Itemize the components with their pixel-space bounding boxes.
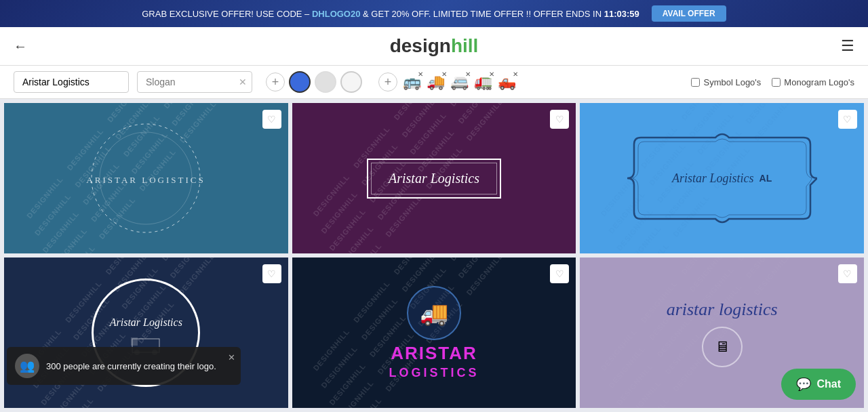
symbol-logo-checkbox[interactable]: [691, 78, 700, 87]
color-swatch-light[interactable]: [315, 71, 336, 93]
chat-icon: 💬: [796, 377, 811, 392]
vehicle-delivery-wrap: ✕ 🚛: [474, 73, 492, 91]
card-5-title-text: ARISTAR: [391, 344, 477, 362]
svg-text:ARISTAR LOGISTICS: ARISTAR LOGISTICS: [87, 175, 205, 185]
monogram-logo-label: Monogram Logo's: [784, 77, 854, 87]
logo-card-5[interactable]: DESIGNHILL DESIGNHILL DESIGNHILL DESIGNH…: [292, 258, 576, 408]
vehicle-truck-wrap: ✕ 🚚: [427, 73, 445, 91]
card-4-logo-text: Aristar Logistics: [103, 310, 189, 335]
remove-vehicle-bus[interactable]: ✕: [416, 69, 425, 79]
logo-part1: design: [390, 35, 451, 56]
color-palette: +: [266, 71, 362, 93]
card-2-logo-text: Aristar Logistics: [389, 171, 479, 186]
vehicle-pickup-wrap: ✕ 🛻: [498, 73, 516, 91]
favorite-button-5[interactable]: ♡: [550, 264, 569, 283]
card-3-logo-text: Aristar Logistics: [672, 171, 754, 186]
vehicle-bus-wrap: ✕ 🚌: [403, 73, 421, 91]
banner-text-after: & GET 20% OFF. LIMITED TIME OFFER !! OFF…: [363, 9, 601, 19]
color-swatch-white[interactable]: [340, 71, 362, 93]
avatar-icon: 👥: [20, 358, 35, 373]
hamburger-menu[interactable]: ☰: [841, 37, 854, 55]
notification-close-button[interactable]: ✕: [228, 352, 235, 363]
notification-text: 300 people are currently creating their …: [46, 361, 216, 371]
monitor-icon: 🖥: [715, 338, 730, 356]
vehicle-filter: + ✕ 🚌 ✕ 🚚 ✕ 🚐 ✕ 🚛 ✕ 🛻: [378, 73, 516, 91]
remove-vehicle-truck[interactable]: ✕: [439, 69, 449, 79]
logo-part2: hill: [451, 35, 478, 56]
slogan-input[interactable]: [137, 71, 252, 93]
vehicle-van-wrap: ✕ 🚐: [450, 73, 469, 91]
slogan-wrap: ✕: [137, 71, 252, 93]
remove-vehicle-pickup[interactable]: ✕: [511, 69, 520, 79]
favorite-button-2[interactable]: ♡: [550, 110, 569, 129]
symbol-logo-filter[interactable]: Symbol Logo's: [691, 77, 761, 87]
logo-card-2[interactable]: DESIGNHILL DESIGNHILL DESIGNHILL DESIGNH…: [292, 103, 576, 253]
clear-slogan-button[interactable]: ✕: [239, 77, 247, 87]
filter-checkboxes: Symbol Logo's Monogram Logo's: [691, 77, 854, 87]
add-color-button[interactable]: +: [266, 73, 285, 91]
favorite-button-6[interactable]: ♡: [838, 264, 857, 283]
logo-card-4[interactable]: DESIGNHILL DESIGNHILL DESIGNHILL DESIGNH…: [4, 258, 288, 408]
monogram-logo-filter[interactable]: Monogram Logo's: [772, 77, 854, 87]
banner-timer: 11:03:59: [604, 9, 639, 19]
card-5-subtitle-text: LOGISTICS: [389, 366, 479, 380]
color-swatch-blue[interactable]: [289, 71, 311, 93]
favorite-button-1[interactable]: ♡: [262, 110, 281, 129]
remove-vehicle-delivery[interactable]: ✕: [487, 69, 496, 79]
logo: designhill: [390, 35, 479, 57]
notification-avatar: 👥: [15, 354, 39, 378]
truck-circle-icon: 🚚: [407, 286, 461, 340]
toolbar: ✕ + + ✕ 🚌 ✕ 🚚 ✕ 🚐 ✕ 🚛 ✕ 🛻: [0, 66, 868, 99]
remove-vehicle-van[interactable]: ✕: [463, 69, 473, 79]
banner-text-before: GRAB EXCLUSIVE OFFER! USE CODE –: [142, 9, 309, 19]
avail-offer-button[interactable]: AVAIL OFFER: [652, 5, 726, 22]
banner-code: DHLOGO20: [312, 9, 361, 19]
add-vehicle-button[interactable]: +: [378, 73, 397, 91]
card-6-logo-text: aristar logistics: [667, 298, 778, 321]
truck-emoji-icon: 🚚: [420, 300, 448, 327]
logo-card-3[interactable]: DESIGNHILL DESIGNHILL DESIGNHILL DESIGNH…: [580, 103, 864, 253]
favorite-button-4[interactable]: ♡: [262, 264, 281, 283]
banner-text: GRAB EXCLUSIVE OFFER! USE CODE – DHLOGO2…: [142, 9, 639, 19]
card-6-circle-icon: 🖥: [702, 327, 743, 367]
symbol-logo-label: Symbol Logo's: [703, 77, 761, 87]
logo-card-1[interactable]: DESIGNHILL DESIGNHILL DESIGNHILL DESIGNH…: [4, 103, 288, 253]
company-name-input[interactable]: [14, 71, 129, 93]
notification-popup: 👥 300 people are currently creating thei…: [7, 347, 241, 385]
svg-rect-4: [131, 337, 138, 346]
header: ← designhill ☰: [0, 27, 868, 66]
chat-button[interactable]: 💬 Chat: [781, 369, 856, 400]
chat-label: Chat: [816, 378, 841, 390]
promo-banner: GRAB EXCLUSIVE OFFER! USE CODE – DHLOGO2…: [0, 0, 868, 27]
monogram-logo-checkbox[interactable]: [772, 78, 781, 87]
favorite-button-3[interactable]: ♡: [838, 110, 857, 129]
back-button[interactable]: ←: [14, 39, 27, 54]
card-3-badge: AL: [760, 173, 772, 184]
